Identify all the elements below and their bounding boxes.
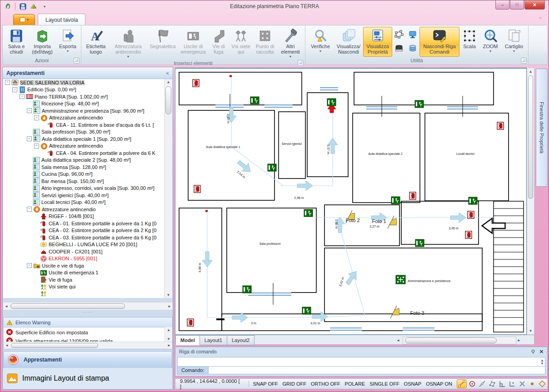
layout-tab-layout2[interactable]: Layout2 <box>227 335 255 345</box>
ribbon-button-zoom[interactable]: ZOOM▼ <box>479 27 501 57</box>
dialog-launcher-icon[interactable]: ◿ <box>521 58 527 64</box>
tree-horizontal-scrollbar[interactable]: ◄ ► <box>3 302 173 310</box>
panel-splitter[interactable]: ···· <box>3 310 173 317</box>
tree-expander-icon[interactable]: − <box>5 80 10 85</box>
tree-item[interactable]: CEA - 11. Estintore a base d'acqua da 6 … <box>3 121 165 129</box>
layout-tab-layout1[interactable]: Layout1 <box>200 335 227 345</box>
tree-item[interactable]: Aula didattica speciale 2 [Sup. 48,00 m²… <box>3 157 165 164</box>
tree-item[interactable]: COOPER - CX201 [001] <box>3 248 165 255</box>
command-close-icon[interactable]: ✕ <box>539 349 544 355</box>
ribbon-button-visualizza-nascondi[interactable]: Visualizza/ Nascondi <box>334 27 363 57</box>
tree-item[interactable]: −Aula didattica speciale 1 [Sup. 20,00 m… <box>3 135 165 143</box>
tree-item[interactable]: ELKRON - 5955 [001] <box>3 255 165 263</box>
tree-item[interactable]: Sala professori [Sup. 36,00 m²] <box>3 129 165 136</box>
warning-item[interactable]: Superficie Edificio non impostata <box>4 327 172 336</box>
tree-item[interactable]: Servizi igienici [Sup. 40,00 m²] <box>3 192 165 199</box>
ribbon-button-esporta[interactable]: Esporta▼ <box>56 27 80 57</box>
status-toggle-grid-off[interactable]: GRID OFF <box>280 381 309 387</box>
tree-item[interactable]: −Attrezzature antincendio <box>3 114 165 122</box>
ribbon-button-importa-dxf-dwg-[interactable]: Importa (dxf/dwg) <box>29 27 56 57</box>
close-button[interactable]: ✕ <box>524 0 545 10</box>
osnap-intersection-icon[interactable] <box>518 380 527 388</box>
tree-expander-icon[interactable]: − <box>12 87 17 92</box>
osnap-angle-icon[interactable] <box>508 380 517 388</box>
tree-item[interactable]: CEA - 03. Estintore portatile a polvere … <box>3 234 165 241</box>
tree-item[interactable] <box>3 290 165 298</box>
ribbon-button-cartiglio[interactable]: Cartiglio▼ <box>501 27 527 57</box>
ribbon-button-visualizza-proprietà[interactable]: Visualizza Proprietà <box>363 27 392 57</box>
tree-expander-icon[interactable]: − <box>34 144 39 149</box>
ribbon-button-etichetta-luogo[interactable]: AEtichetta luogo <box>83 27 109 60</box>
canvas-horizontal-scrollbar[interactable] <box>403 337 516 344</box>
ribbon-collapse-icon[interactable]: ⌃ <box>537 17 544 23</box>
status-toggle-osnap[interactable]: OSNAP <box>402 381 424 387</box>
ribbon-button-scala[interactable]: Scala <box>459 27 479 57</box>
tree-item[interactable]: Cucina [Sup. 96,00 m²] <box>3 171 165 178</box>
osnap-quadrant-icon[interactable] <box>538 380 547 388</box>
status-toggle-snap-off[interactable]: SNAP OFF <box>251 381 280 387</box>
nav-section-apprestamenti[interactable]: Apprestamenti <box>3 351 172 368</box>
apprestamenti-tree[interactable]: −SEDE SALERNO VIA LORIA−Edificio [Sup. 0… <box>3 79 165 298</box>
history-down-icon[interactable]: ▼ <box>540 362 544 366</box>
warning-item[interactable]: Verifica attrezzatura del 13/05/09 non v… <box>4 336 172 342</box>
tree-expander-icon[interactable]: − <box>27 136 32 141</box>
tree-item[interactable]: Sala mensa [Sup. 128,00 m²] <box>3 164 165 171</box>
tree-item[interactable]: Vie di fuga <box>3 276 165 283</box>
ribbon-button-salva-e-chiudi[interactable]: Salva e chiudi <box>4 27 29 57</box>
tree-item[interactable]: Locali tecnici [Sup. 40,00 m²] <box>3 199 165 206</box>
status-toggle-osnap-on[interactable]: OSNAP ON <box>424 381 454 387</box>
warning-vertical-scrollbar[interactable]: ▲ ▼ <box>165 327 172 342</box>
command-history[interactable]: ▲ ▼ <box>177 357 545 367</box>
ribbon-button-verifiche[interactable]: Verifiche▼ <box>307 27 334 57</box>
tree-item[interactable]: −Amministrazione e presidenza [Sup. 96,0… <box>3 107 165 114</box>
tabs-scroll-right-icon[interactable]: ► <box>517 338 521 342</box>
tree-item[interactable]: RIGEF - 104/B [001] <box>3 213 165 220</box>
osnap-nearest-icon[interactable] <box>478 380 487 388</box>
stamp-small-button[interactable] <box>394 43 404 54</box>
properties-window-tab[interactable]: Finestra delle Proprietà <box>536 69 548 187</box>
warning-list[interactable]: Superficie Edificio non impostataVerific… <box>4 327 172 342</box>
tree-item[interactable]: −SEDE SALERNO VIA LORIA <box>3 79 165 86</box>
osnap-node-icon[interactable] <box>488 380 497 388</box>
sidebar-collapse-icon[interactable]: < <box>166 70 169 76</box>
layout-tab-model[interactable]: Model <box>175 335 200 345</box>
osnap-endpoint-icon[interactable] <box>457 379 467 388</box>
maximize-button[interactable]: □ <box>510 0 524 10</box>
layers-small-button[interactable] <box>407 43 418 54</box>
tree-item[interactable]: Voi siete qui <box>3 283 165 291</box>
tree-expander-icon[interactable]: − <box>20 94 25 99</box>
tree-vertical-scrollbar[interactable]: ▲ ▼ <box>164 79 172 298</box>
dialog-launcher-icon[interactable]: ◿ <box>298 60 304 66</box>
tree-item[interactable]: CEA - 01. Estintore portatile a polvere … <box>3 220 165 227</box>
tree-item[interactable]: Uscite di emergenza 1 <box>3 269 165 277</box>
osnap-point-icon[interactable] <box>528 380 537 388</box>
status-toggle-single-off[interactable]: SINGLE OFF <box>367 381 401 387</box>
polysel-small-button[interactable] <box>394 30 404 41</box>
tree-item[interactable]: BEGHELLI - LUNGA LUCE FM 20 [001] <box>3 241 165 248</box>
tab-layout-tavola[interactable]: Layout tavola <box>38 14 85 25</box>
ribbon-button-altri-elementi[interactable]: Altri elementi▼ <box>277 27 304 60</box>
tree-expander-icon[interactable]: − <box>27 207 32 212</box>
tabs-scroll-left-icon[interactable]: ◄ <box>396 338 400 342</box>
tree-expander-icon[interactable]: − <box>27 263 32 268</box>
tree-item[interactable]: Bar mensa [Sup. 150,00 m²] <box>3 178 165 185</box>
pin-icon[interactable]: ⚲ <box>531 349 535 355</box>
ribbon-button-nascondi-riga-comandi[interactable]: Nascondi Riga Comandi <box>419 27 459 57</box>
tree-item[interactable]: −Edificio [Sup. 0,00 m²] <box>3 86 165 94</box>
tree-item[interactable]: −Attrezzature antincendio <box>3 143 165 150</box>
nav-section-immagini[interactable]: Immagini Layout di stampa <box>3 368 172 389</box>
tree-item[interactable]: −Piano TERRA [Sup. 1.002,00 m²] <box>3 93 165 100</box>
command-input[interactable] <box>208 366 545 374</box>
tree-item[interactable]: −Uscite e vie di fuga <box>3 262 165 269</box>
monitor-small-button[interactable] <box>407 30 418 41</box>
status-toggle-polare[interactable]: POLARE <box>343 381 368 387</box>
canvas-vertical-scrollbar[interactable]: ▲ ▼ <box>527 68 534 335</box>
tree-item[interactable]: Ricezione [Sup. 48,00 m²] <box>3 100 165 108</box>
dialog-launcher-icon[interactable]: ◿ <box>74 58 80 64</box>
warning-horizontal-scrollbar[interactable]: ◄ ► <box>4 342 172 349</box>
osnap-center-icon[interactable] <box>468 380 477 388</box>
tree-expander-icon[interactable]: − <box>27 108 32 113</box>
tree-item[interactable]: CEA - 02. Estintore portatile a polvere … <box>3 227 165 234</box>
application-menu-button[interactable]: ▾ <box>13 14 35 25</box>
tree-item[interactable]: CEA - 04. Estintore portatile a polvere … <box>3 149 165 157</box>
